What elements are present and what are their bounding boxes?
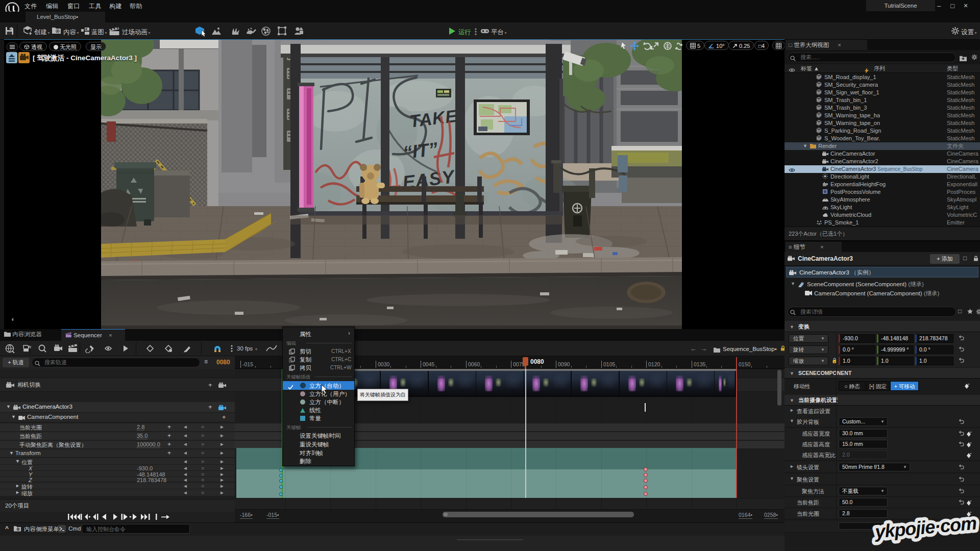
svg-text:ykpojie·com: ykpojie·com bbox=[873, 513, 977, 542]
